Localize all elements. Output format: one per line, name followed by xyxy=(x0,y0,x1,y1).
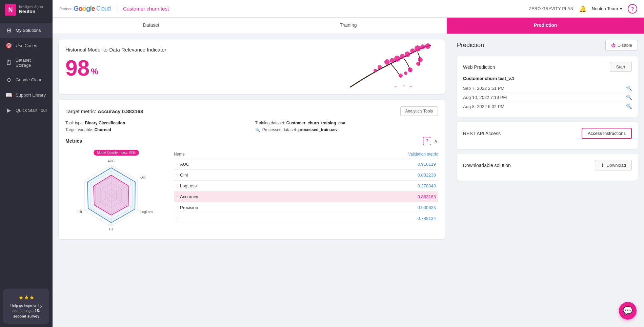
metric-name-precision1: ↑Precision xyxy=(176,205,198,210)
metrics-help-button[interactable]: ? xyxy=(423,137,431,145)
svg-point-12 xyxy=(416,62,420,66)
chat-bubble-button[interactable]: 💬 xyxy=(619,302,637,320)
survey-text: Help us improve by completing a 15-secon… xyxy=(8,303,44,319)
sidebar-item-my-solutions[interactable]: ⊞ My Solutions xyxy=(0,23,53,38)
radar-chart: AUC Gini LogLoss F1 Lift xyxy=(65,157,157,231)
tab-prediction[interactable]: Prediction xyxy=(447,18,644,34)
meta-grid: Task type: Binary Classification Trainin… xyxy=(65,121,438,132)
sidebar-item-label: Google Cloud xyxy=(16,77,43,82)
svg-point-0 xyxy=(384,59,390,65)
google-cloud-icon: ⊙ xyxy=(5,77,12,83)
web-prediction-card: Web Prediction Start Customer churn test… xyxy=(457,56,638,117)
disable-button[interactable]: ⏻ Disable xyxy=(605,40,638,50)
svg-point-15 xyxy=(374,69,377,72)
svg-point-3 xyxy=(400,54,405,59)
metric-name-logloss: ↓LogLoss xyxy=(176,183,197,188)
quality-index-badge: Model Quality Index: 85% xyxy=(94,150,139,156)
download-button[interactable]: ⬇ Download xyxy=(595,160,632,170)
metrics-header: Metrics ? ∧ xyxy=(65,137,438,145)
metrics-content: Model Quality Index: 85% xyxy=(65,150,438,232)
downloadable-solution-card: Downloadable solution ⬇ Download xyxy=(457,154,638,181)
training-dataset-field: Training dataset: Customer_churn_trainin… xyxy=(255,121,438,125)
metrics-title: Metrics xyxy=(65,138,82,144)
project-title: Customer churn test xyxy=(123,6,529,12)
rest-api-header: REST API Access Access Instructions xyxy=(463,128,632,139)
metrics-table: Name Validation metric ↑AUC 0.916119 ↑Gi… xyxy=(174,150,438,232)
tab-bar: Dataset Training Prediction xyxy=(53,18,644,34)
sidebar: N Intelligent Agent Neuton ⊞ My Solution… xyxy=(0,0,53,327)
topbar-right: ZERO GRAVITY PLAN 🔔 Neuton Team ▾ ? xyxy=(529,4,637,14)
google-cloud-logo: Google Cloud xyxy=(74,5,110,13)
tab-dataset[interactable]: Dataset xyxy=(53,18,250,34)
pred-search-icon-3[interactable]: 🔍 xyxy=(626,104,632,109)
pred-date-3: Aug 8, 2022 6:02 PM xyxy=(463,104,504,109)
svg-text:Lift: Lift xyxy=(78,210,82,214)
sidebar-item-label: Use Cases xyxy=(16,43,37,48)
help-button[interactable]: ? xyxy=(628,4,637,14)
logo-text-block: Intelligent Agent Neuton xyxy=(19,5,43,15)
sidebar-item-label: Dataset Storage xyxy=(16,58,47,68)
task-type-value: Binary Classification xyxy=(85,121,125,125)
analytics-tools-button[interactable]: Analytic's Tools xyxy=(400,106,438,116)
partner-label: Partner xyxy=(59,7,72,11)
quick-start-icon: ▶ xyxy=(5,107,12,114)
metric-header: Target metric: Accuracy 0.883163 Analyti… xyxy=(65,106,438,116)
pred-search-icon-1[interactable]: 🔍 xyxy=(626,85,632,91)
sidebar-item-use-cases[interactable]: 🎯 Use Cases xyxy=(0,38,53,53)
sidebar-nav: ⊞ My Solutions 🎯 Use Cases 🗄 Dataset Sto… xyxy=(0,20,53,286)
cherry-blossom-decoration xyxy=(343,43,438,87)
svg-text:F1: F1 xyxy=(109,227,113,231)
relevance-suffix: % xyxy=(91,67,98,76)
svg-text:Gini: Gini xyxy=(140,176,146,179)
survey-widget[interactable]: ★★★ Help us improve by completing a 15-s… xyxy=(3,289,49,324)
start-button[interactable]: Start xyxy=(610,62,632,72)
target-var-value: Churned xyxy=(94,127,111,132)
search-small-icon: 🔍 xyxy=(255,128,260,132)
pred-date-row-3: Aug 8, 2022 6:02 PM 🔍 xyxy=(463,102,632,111)
content-area: Historical Model-to-Data Relevance Indic… xyxy=(53,34,644,327)
sidebar-item-google-cloud[interactable]: ⊙ Google Cloud xyxy=(0,72,53,87)
survey-stars: ★★★ xyxy=(8,294,44,301)
processed-dataset-value: processed_train.csv xyxy=(298,127,338,132)
rest-api-card: REST API Access Access Instructions xyxy=(457,122,638,149)
training-dataset-label: Training dataset: xyxy=(255,121,285,125)
my-solutions-icon: ⊞ xyxy=(5,27,12,34)
svg-text:LogLoss: LogLoss xyxy=(140,210,153,214)
right-panel: Prediction ⏻ Disable Web Prediction Star… xyxy=(451,34,644,327)
svg-point-13 xyxy=(418,57,423,62)
task-type-field: Task type: Binary Classification xyxy=(65,121,248,125)
metric-label-text: Target metric: xyxy=(65,108,96,114)
sidebar-item-dataset-storage[interactable]: 🗄 Dataset Storage xyxy=(0,53,53,72)
arrow-up-icon: ↑ xyxy=(176,205,178,210)
processed-dataset-label: Processed dataset: xyxy=(262,127,297,132)
task-type-label: Task type: xyxy=(65,121,84,125)
sidebar-item-quick-start-tour[interactable]: ▶ Quick Start Tour xyxy=(0,103,53,118)
notification-icon[interactable]: 🔔 xyxy=(579,5,586,13)
svg-point-14 xyxy=(378,65,382,69)
logo-area: N Intelligent Agent Neuton xyxy=(0,0,53,20)
svg-point-7 xyxy=(420,44,425,49)
topbar: Partner Google Cloud Customer churn test… xyxy=(53,0,644,18)
metric-row-precision2: ↑ 0.788134 xyxy=(174,213,438,224)
power-icon: ⏻ xyxy=(611,43,616,48)
sidebar-item-label: Quick Start Tour xyxy=(16,108,47,113)
download-label: Download xyxy=(606,163,626,168)
model-name: Customer churn test_v.1 xyxy=(463,76,632,81)
metric-name-auc: ↑AUC xyxy=(176,162,189,167)
pred-search-icon-2[interactable]: 🔍 xyxy=(626,95,632,100)
pred-date-row-2: Aug 10, 2022 7:19 PM 🔍 xyxy=(463,93,632,102)
user-menu[interactable]: Neuton Team ▾ xyxy=(592,6,622,11)
access-instructions-button[interactable]: Access Instructions xyxy=(582,128,632,139)
tab-training[interactable]: Training xyxy=(250,18,447,34)
downloadable-header: Downloadable solution ⬇ Download xyxy=(463,160,632,170)
sidebar-item-support-library[interactable]: 📖 Support Library xyxy=(0,87,53,103)
prediction-panel-header: Prediction ⏻ Disable xyxy=(457,40,638,50)
svg-point-5 xyxy=(410,48,415,53)
metrics-collapse-button[interactable]: ∧ xyxy=(434,138,438,144)
svg-point-8 xyxy=(425,43,430,49)
arrow-up-icon: ↑ xyxy=(176,216,178,221)
disable-label: Disable xyxy=(618,43,632,48)
logo-name: Neuton xyxy=(19,9,43,15)
col-validation-header: Validation metric xyxy=(408,152,438,157)
pred-date-row-1: Sep 7, 2022 2:51 PM 🔍 xyxy=(463,84,632,93)
